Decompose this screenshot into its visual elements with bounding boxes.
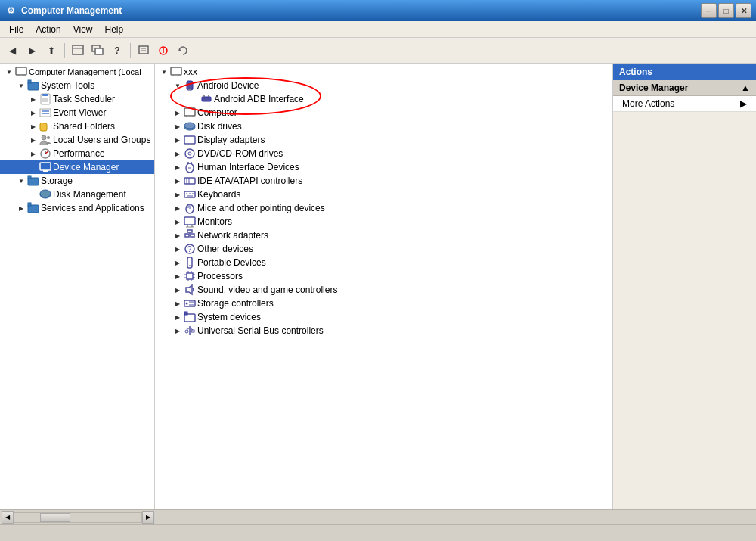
expand-shared-folders[interactable]: ▶: [27, 120, 39, 132]
expand-local-users[interactable]: ▶: [27, 134, 39, 146]
scroll-left-arrow[interactable]: ◀: [2, 511, 14, 524]
dev-monitors[interactable]: ▶ Monitors: [155, 215, 612, 229]
tree-event-viewer[interactable]: ▶ Event Viewer: [0, 106, 154, 120]
system-devices-label: System devices: [197, 312, 261, 322]
dev-mice[interactable]: ▶ Mice and other pointing devices: [155, 201, 612, 215]
up-button[interactable]: ⬆: [42, 42, 60, 60]
svg-rect-100: [191, 330, 194, 332]
disk-management-label: Disk Management: [53, 189, 126, 200]
menu-view[interactable]: View: [67, 23, 99, 36]
dev-other[interactable]: ▶ ? Other devices: [155, 242, 612, 256]
svg-point-33: [40, 190, 51, 197]
dev-dvd-drives[interactable]: ▶ DVD/CD-ROM drives: [155, 147, 612, 160]
adb-interface-icon: [200, 93, 212, 105]
dev-mice-expander[interactable]: ▶: [172, 202, 184, 214]
dev-android-device[interactable]: ▼ Android Device: [155, 79, 612, 92]
tree-services-apps[interactable]: ▶ Services and Applications: [0, 201, 154, 215]
other-devices-label: Other devices: [197, 244, 253, 254]
expand-device-manager[interactable]: [27, 161, 39, 173]
properties-button[interactable]: [154, 42, 172, 60]
more-actions[interactable]: More Actions ▶: [613, 96, 756, 112]
dev-root[interactable]: ▼ xxx: [155, 65, 612, 79]
dev-processors-expander[interactable]: ▶: [172, 270, 184, 282]
expand-system-tools[interactable]: ▼: [15, 79, 27, 92]
dev-hid[interactable]: ▶ Human Interface Devices: [155, 160, 612, 174]
tree-performance[interactable]: ▶ Performance: [0, 147, 154, 160]
dev-root-expander[interactable]: ▼: [158, 66, 170, 78]
system-tools-label: System Tools: [41, 80, 94, 91]
window-title: Computer Management: [21, 5, 701, 16]
dev-usb[interactable]: ▶ Universal Serial Bus controllers: [155, 324, 612, 337]
tree-shared-folders[interactable]: ▶ Shared Folders: [0, 120, 154, 133]
dev-hid-expander[interactable]: ▶: [172, 161, 184, 173]
menu-action[interactable]: Action: [29, 23, 67, 36]
expand-root[interactable]: ▼: [3, 66, 15, 78]
dev-portable[interactable]: ▶ Portable Devices: [155, 256, 612, 269]
tree-storage[interactable]: ▼ Storage: [0, 174, 154, 188]
title-bar: ⚙ Computer Management ─ □ ✕: [0, 0, 756, 21]
dev-disk-expander[interactable]: ▶: [172, 120, 184, 132]
expand-task-scheduler[interactable]: ▶: [27, 93, 39, 105]
restore-button[interactable]: □: [718, 3, 734, 18]
export-button[interactable]: [135, 42, 153, 60]
tree-local-users[interactable]: ▶ Local Users and Groups: [0, 133, 154, 147]
dev-display-expander[interactable]: ▶: [172, 134, 184, 146]
dev-network[interactable]: ▶ Network adapters: [155, 229, 612, 242]
close-button[interactable]: ✕: [736, 3, 751, 18]
dev-system-devices[interactable]: ▶ System devices: [155, 310, 612, 324]
dev-usb-expander[interactable]: ▶: [172, 325, 184, 337]
svg-rect-80: [187, 273, 193, 279]
dev-sound-expander[interactable]: ▶: [172, 284, 184, 296]
dev-keyboards-expander[interactable]: ▶: [172, 188, 184, 201]
dev-disk-drives[interactable]: ▶ Disk drives: [155, 120, 612, 133]
expand-performance[interactable]: ▶: [27, 148, 39, 160]
dev-storage-ctrl-expander[interactable]: ▶: [172, 297, 184, 309]
svg-rect-11: [16, 67, 26, 75]
tree-system-tools[interactable]: ▼ System Tools: [0, 79, 154, 92]
tree-root[interactable]: ▼ Computer Management (Local: [0, 65, 154, 79]
usb-label: Universal Serial Bus controllers: [197, 325, 324, 336]
forward-button[interactable]: ▶: [23, 42, 41, 60]
mice-icon: [184, 202, 196, 214]
back-button[interactable]: ◀: [3, 42, 21, 60]
menu-file[interactable]: File: [3, 23, 29, 36]
expand-services-apps[interactable]: ▶: [15, 202, 27, 214]
dev-monitors-expander[interactable]: ▶: [172, 216, 184, 228]
dev-dvd-expander[interactable]: ▶: [172, 148, 184, 160]
svg-rect-44: [187, 116, 192, 117]
dev-android-device-expander[interactable]: ▼: [172, 79, 184, 92]
tree-device-manager[interactable]: Device Manager: [0, 160, 154, 174]
dev-ide[interactable]: ▶ IDE ATA/ATAPI controllers: [155, 174, 612, 188]
tree-disk-management[interactable]: Disk Management: [0, 188, 154, 201]
dev-adb-interface[interactable]: Android ADB Interface: [155, 92, 612, 106]
device-manager-action[interactable]: Device Manager ▲: [613, 80, 756, 96]
svg-rect-36: [171, 67, 181, 75]
tree-task-scheduler[interactable]: ▶ Task Scheduler: [0, 92, 154, 106]
help-button[interactable]: ?: [108, 42, 126, 60]
dev-computer-expander[interactable]: ▶: [172, 107, 184, 119]
ide-icon: [184, 175, 196, 187]
minimize-button[interactable]: ─: [701, 3, 717, 18]
dev-display-adapters[interactable]: ▶ Display adapters: [155, 133, 612, 147]
dev-portable-expander[interactable]: ▶: [172, 257, 184, 269]
menu-bar: File Action View Help: [0, 21, 756, 38]
dev-network-expander[interactable]: ▶: [172, 229, 184, 241]
expand-event-viewer[interactable]: ▶: [27, 107, 39, 119]
main-container: ▼ Computer Management (Local ▼ System To…: [0, 64, 756, 509]
expand-storage[interactable]: ▼: [15, 175, 27, 187]
dev-processors[interactable]: ▶ Processors: [155, 269, 612, 283]
dev-storage-ctrl[interactable]: ▶ Storage controllers: [155, 297, 612, 310]
dev-ide-expander[interactable]: ▶: [172, 175, 184, 187]
dev-system-devices-expander[interactable]: ▶: [172, 311, 184, 323]
scroll-right-arrow[interactable]: ▶: [142, 511, 154, 524]
dev-keyboards[interactable]: ▶ Keyboards: [155, 188, 612, 201]
menu-help[interactable]: Help: [99, 23, 130, 36]
show-hide-console-button[interactable]: [69, 42, 87, 60]
dev-sound[interactable]: ▶ Sound, video and game controllers: [155, 283, 612, 297]
refresh-button[interactable]: [174, 42, 192, 60]
new-window-button[interactable]: [88, 42, 107, 60]
event-viewer-label: Event Viewer: [53, 107, 106, 118]
dev-other-expander[interactable]: ▶: [172, 243, 184, 255]
dev-computer[interactable]: ▶ Computer: [155, 106, 612, 120]
dev-root-icon: [170, 66, 182, 78]
